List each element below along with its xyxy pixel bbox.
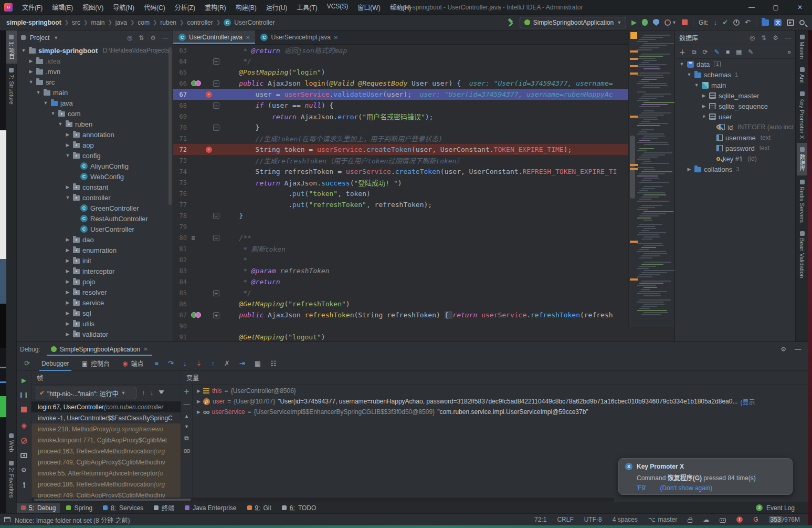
tree-item-sqlite-master[interactable]: ▶sqlite_master — [675, 90, 795, 101]
menu-item-5[interactable]: 分析(Z) — [171, 1, 199, 13]
menu-item-6[interactable]: 重构(R) — [201, 1, 230, 13]
menu-item-10[interactable]: VCS(S) — [323, 1, 353, 13]
tree-item-validator[interactable]: ▶validator — [17, 329, 173, 339]
code-line-68[interactable]: 68− if (user == null) { — [173, 100, 674, 111]
frame-row-5[interactable]: proceed:749, CglibAopProxy$CglibMethodIn… — [31, 457, 181, 468]
code-line-64[interactable]: 64− */ — [173, 56, 674, 67]
variable-row-1[interactable]: ▶puser = {User@10707} "User(id=374594377… — [193, 396, 808, 407]
bottom-stripe-spring[interactable]: Spring — [62, 503, 97, 513]
maximize-button[interactable]: ▢ — [764, 0, 788, 15]
shortcut-link[interactable]: 'F9' — [637, 484, 647, 492]
menu-item-0[interactable]: 文件(F) — [18, 1, 47, 13]
copy-icon[interactable]: ⧉ — [184, 434, 189, 442]
code-line-71[interactable]: 71 //生成token(在每个请求头里加上，用于判断用户登录状态) — [173, 133, 674, 144]
down-icon[interactable]: ▼ — [184, 424, 189, 429]
layout-icon[interactable]: ☷ — [270, 360, 277, 367]
tree-item-schemas[interactable]: ▼schemas1 — [675, 69, 795, 80]
breadcrumb-item-4[interactable]: com — [138, 19, 150, 26]
menu-item-2[interactable]: 视图(V) — [78, 1, 108, 13]
memory-indicator[interactable]: 353/976M — [769, 516, 800, 523]
cloud-icon[interactable]: ☁ — [703, 516, 709, 523]
breadcrumb-item-2[interactable]: main — [91, 19, 104, 26]
submit-icon[interactable]: ✎ — [714, 48, 720, 56]
tree-chevron-icon[interactable]: ▼ — [21, 48, 26, 53]
tree-chevron-icon[interactable]: ▶ — [28, 69, 34, 74]
tree-chevron-icon[interactable]: ▶ — [65, 310, 70, 316]
hide-panel-icon[interactable]: — — [162, 34, 168, 42]
tree-item-webconfig[interactable]: CWebConfig — [17, 171, 173, 182]
code-line-77[interactable]: 77 .put("refreshToken", refreshToken); — [173, 199, 674, 210]
code-line-85[interactable]: 85− */ — [173, 287, 674, 298]
menu-item-11[interactable]: 窗口(W) — [353, 1, 384, 13]
stripe-item-2-favorites[interactable]: 2: Favorites — [7, 457, 16, 502]
coverage-button[interactable] — [653, 19, 659, 26]
tree-item-service[interactable]: ▶service — [17, 297, 173, 308]
fold-marker[interactable]: − — [213, 290, 219, 296]
tree-item-src[interactable]: ▼src — [17, 77, 173, 87]
show-watches-icon[interactable]: oo — [184, 447, 189, 454]
frame-row-3[interactable]: invokeJoinpoint:771, CglibAopProxy$Cglib… — [31, 434, 181, 446]
tree-chevron-icon[interactable]: ▶ — [65, 142, 70, 148]
stripe-item-maven[interactable]: Maven — [798, 30, 806, 63]
code-line-73[interactable]: 73 //生成refreshToken（用于在用户token过期情况下刷新tok… — [173, 155, 674, 166]
hamburger-icon[interactable]: ≡ — [154, 360, 159, 367]
tree-chevron-icon[interactable]: ▶ — [197, 409, 201, 415]
stripe-item-ant[interactable]: Ant — [798, 63, 806, 87]
tree-item-sql[interactable]: ▶sql — [17, 308, 173, 318]
code-area[interactable]: 63 * @return 返回json格式的map64− */65 @PostM… — [173, 45, 674, 341]
translate-icon[interactable]: 文 — [774, 19, 782, 26]
minimap[interactable] — [628, 30, 674, 327]
tree-chevron-icon[interactable]: ▶ — [65, 332, 70, 337]
stop-icon[interactable]: ■ — [726, 48, 730, 56]
frame-row-6[interactable]: invoke:55, AfterReturningAdviceIntercept… — [31, 468, 181, 479]
horizontal-scrollbar[interactable] — [31, 498, 614, 502]
tree-item-user[interactable]: ▼user — [675, 111, 795, 122]
breadcrumb-item-5[interactable]: ruben — [160, 19, 176, 26]
tree-item-init[interactable]: ▶init — [17, 255, 173, 266]
rollback-icon[interactable]: ↶ — [745, 19, 751, 26]
fold-marker[interactable]: + — [213, 312, 219, 318]
evaluate-icon[interactable]: ▦ — [255, 360, 261, 367]
menu-item-7[interactable]: 构建(B) — [231, 1, 261, 13]
code-line-78[interactable]: 78− } — [173, 210, 674, 221]
refresh-icon[interactable]: ⟳ — [703, 48, 708, 56]
tree-chevron-icon[interactable]: ▼ — [50, 111, 56, 116]
tree-item-com[interactable]: ▼com — [17, 108, 173, 119]
bottom-stripe-6-todo[interactable]: 6: TODO — [278, 503, 320, 513]
debug-tab-2[interactable]: ◉端点 — [117, 356, 149, 371]
bottom-stripe--[interactable]: 终端 — [150, 502, 178, 513]
code-line-81[interactable]: 81 * 刷新token — [173, 243, 674, 254]
tree-chevron-icon[interactable]: ▶ — [197, 388, 201, 394]
code-line-76[interactable]: 76 .put("token", token) — [173, 188, 674, 199]
tree-chevron-icon[interactable]: ▼ — [65, 153, 70, 158]
pause-icon[interactable]: ❙❙ — [19, 392, 29, 398]
event-log-widget[interactable]: 3Event Log — [756, 504, 808, 512]
chevron-down-icon[interactable]: ▼ — [54, 35, 58, 40]
code-line-72[interactable]: 72✓ String token = userService.createTok… — [173, 144, 674, 155]
editor[interactable]: CUserController.java✕CUserServiceImpl.ja… — [173, 30, 674, 341]
code-line-66[interactable]: 66− public AjaxJson login(@Valid @Reques… — [173, 78, 674, 89]
code-line-91[interactable]: 91 @GetMapping("logout") — [173, 332, 674, 341]
tree-item-usercontroller[interactable]: CUserController — [17, 224, 173, 234]
gear-icon[interactable]: ⚙ — [773, 34, 778, 42]
spring-mapping-icon[interactable] — [195, 312, 201, 318]
tree-chevron-icon[interactable]: ▶ — [197, 399, 201, 404]
tree-chevron-icon[interactable]: ▼ — [701, 114, 706, 119]
tree-item-id[interactable]: idINTEGER (auto incr — [675, 122, 795, 132]
project-scrollbar[interactable] — [168, 47, 172, 205]
fold-marker[interactable]: − — [213, 125, 219, 131]
tree-chevron-icon[interactable]: ▶ — [65, 321, 70, 326]
stripe-item-7-structure[interactable]: 7: Structure — [7, 64, 16, 109]
run-button[interactable]: ▶ — [631, 19, 637, 26]
frame-row-1[interactable]: invoke:-1, UserController$$FastClassBySp… — [31, 412, 181, 423]
assistant-icon[interactable] — [720, 518, 726, 523]
frame-row-4[interactable]: proceed:163, ReflectiveMethodInvocation … — [31, 446, 181, 457]
spring-mapping-icon[interactable] — [195, 80, 201, 86]
up-icon[interactable]: ▲ — [184, 413, 189, 419]
remove-watch-icon[interactable]: — — [184, 401, 190, 408]
tree-item-interceptor[interactable]: ▶interceptor — [17, 266, 173, 276]
editor-scrollbar-thumb[interactable] — [630, 136, 635, 199]
tree-chevron-icon[interactable]: ▶ — [701, 93, 706, 98]
stripe-item-key-promoter-x[interactable]: Key Promoter X — [798, 87, 806, 143]
error-indicator-icon[interactable]: ! — [736, 516, 743, 523]
